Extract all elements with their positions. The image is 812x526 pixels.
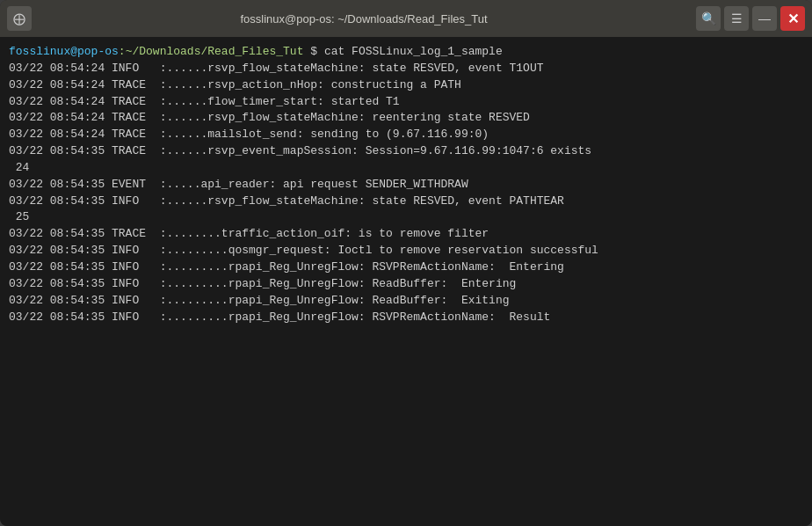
search-icon: 🔍 [701, 11, 716, 26]
log-line: 03/22 08:54:35 EVENT :.....api_reader: a… [9, 177, 803, 194]
user-host: fosslinux@pop-os [9, 45, 119, 58]
prompt-line: fosslinux@pop-os:~/Downloads/Read_Files_… [9, 44, 803, 61]
terminal-window: ⨁ fosslinux@pop-os: ~/Downloads/Read_Fil… [0, 0, 812, 526]
menu-icon: ☰ [731, 11, 743, 26]
titlebar-left-buttons: ⨁ [7, 6, 32, 31]
log-line: 03/22 08:54:24 TRACE :......rsvp_flow_st… [9, 110, 803, 127]
minimize-button[interactable]: — [752, 6, 777, 31]
titlebar-right-buttons: 🔍 ☰ — ✕ [696, 6, 805, 31]
log-line: 03/22 08:54:35 INFO :.........rpapi_Reg_… [9, 293, 803, 310]
log-line: 25 [9, 209, 803, 226]
close-icon: ✕ [787, 11, 799, 27]
log-line: 03/22 08:54:24 INFO :......rsvp_flow_sta… [9, 61, 803, 77]
window-title: fosslinux@pop-os: ~/Downloads/Read_Files… [32, 12, 696, 26]
log-line: 03/22 08:54:35 INFO :.........qosmgr_req… [9, 243, 803, 259]
log-output: 03/22 08:54:24 INFO :......rsvp_flow_sta… [9, 61, 803, 326]
log-line: 03/22 08:54:35 INFO :.........rpapi_Reg_… [9, 276, 803, 293]
new-tab-button[interactable]: ⨁ [7, 6, 32, 31]
terminal-body[interactable]: fosslinux@pop-os:~/Downloads/Read_Files_… [0, 37, 812, 526]
titlebar: ⨁ fosslinux@pop-os: ~/Downloads/Read_Fil… [0, 0, 812, 37]
new-tab-icon: ⨁ [13, 11, 25, 26]
minimize-icon: — [758, 11, 771, 26]
log-line: 03/22 08:54:35 INFO :.........rpapi_Reg_… [9, 310, 803, 326]
log-line: 03/22 08:54:35 TRACE :........traffic_ac… [9, 226, 803, 243]
log-line: 03/22 08:54:24 TRACE :......mailslot_sen… [9, 127, 803, 143]
log-line: 24 [9, 160, 803, 177]
close-button[interactable]: ✕ [780, 6, 805, 31]
log-line: 03/22 08:54:24 TRACE :......rsvp_action_… [9, 77, 803, 94]
menu-button[interactable]: ☰ [724, 6, 749, 31]
prompt-path: :~/Downloads/Read_Files_Tut [119, 45, 304, 58]
log-line: 03/22 08:54:35 INFO :......rsvp_flow_sta… [9, 194, 803, 210]
log-line: 03/22 08:54:24 TRACE :......flow_timer_s… [9, 94, 803, 111]
log-line: 03/22 08:54:35 INFO :.........rpapi_Reg_… [9, 259, 803, 276]
search-button[interactable]: 🔍 [696, 6, 721, 31]
prompt-command: $ cat FOSSLinux_log_1_sample [303, 45, 502, 58]
log-line: 03/22 08:54:35 TRACE :......rsvp_event_m… [9, 143, 803, 160]
